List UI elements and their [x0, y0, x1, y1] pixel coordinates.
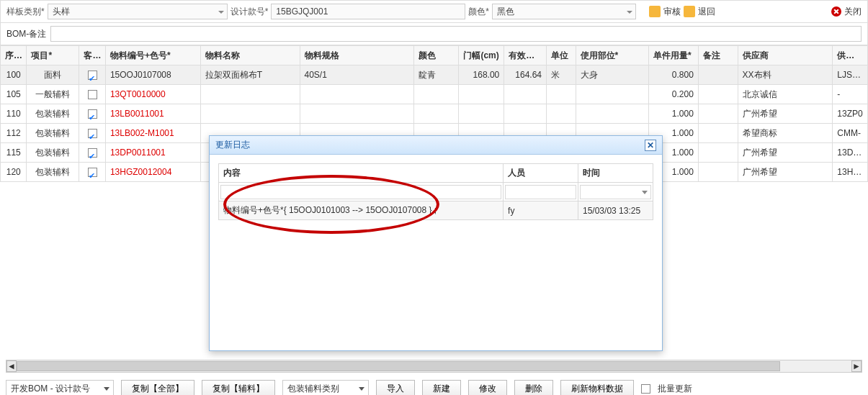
grid-header[interactable]: 客供: [79, 46, 105, 65]
grid-header[interactable]: 供应商: [833, 46, 868, 65]
horizontal-scrollbar[interactable]: ◄ ►: [6, 360, 862, 373]
supply-checkbox[interactable]: [88, 148, 97, 158]
grid-header[interactable]: 单位: [547, 46, 576, 65]
sample-cat-label: 样板类别*: [6, 6, 45, 18]
log-user: fy: [504, 201, 578, 220]
filter-time-dropdown[interactable]: [580, 185, 651, 199]
grid-header[interactable]: 物料规格: [300, 46, 413, 65]
delete-button[interactable]: 删除: [514, 380, 553, 395]
col-time: 时间: [578, 164, 653, 183]
table-row[interactable]: 110包装辅料13LB00110011.000广州希望13ZP0: [1, 104, 868, 124]
grid-header[interactable]: 供应商: [738, 46, 833, 65]
top-toolbar: 样板类别* 头样 设计款号* 15BGJQJ001 颜色* 黑色 审核 退回 关…: [0, 0, 868, 23]
col-content: 内容: [219, 164, 504, 183]
edit-button[interactable]: 修改: [468, 380, 507, 395]
color-dropdown[interactable]: 黑色: [492, 4, 636, 19]
batch-checkbox[interactable]: [641, 384, 650, 394]
grid-header[interactable]: 备注: [698, 46, 738, 65]
bom-remark-label: BOM-备注: [6, 28, 46, 40]
bom-type-dropdown[interactable]: 开发BOM - 设计款号: [6, 380, 114, 395]
changelog-filter-row: [219, 183, 653, 201]
grid-header[interactable]: 物料名称: [200, 46, 300, 65]
approve-button[interactable]: 审核: [649, 6, 681, 18]
grid-header[interactable]: 有效门幅: [504, 46, 547, 65]
log-content: 物料编号+色号*{ 15OOJ0101003 --> 15OOJ0107008 …: [219, 201, 504, 220]
grid-header[interactable]: 使用部位*: [576, 46, 648, 65]
close-icon: [831, 6, 841, 17]
grid-header[interactable]: 项目*: [27, 46, 79, 65]
scroll-thumb[interactable]: [17, 361, 780, 371]
thumb-up-icon: [649, 6, 661, 17]
grid-header[interactable]: 门幅(cm): [459, 46, 504, 65]
supply-checkbox[interactable]: [88, 71, 97, 80]
grid-header[interactable]: 单件用量*: [648, 46, 698, 65]
bom-remark-row: BOM-备注: [0, 23, 868, 45]
color-label: 颜色*: [468, 6, 489, 18]
new-button[interactable]: 新建: [422, 380, 461, 395]
sample-cat-dropdown[interactable]: 头样: [48, 4, 228, 19]
thumb-down-icon: [684, 6, 695, 17]
modal-title: 更新日志: [215, 139, 250, 151]
aux-cat-dropdown[interactable]: 包装辅料类别: [282, 380, 369, 395]
grid-header[interactable]: 物料编号+色号*: [105, 46, 200, 65]
filter-content[interactable]: [220, 185, 501, 199]
changelog-modal: 更新日志 ✕ 内容 人员 时间 物料编号+色号*{ 15OOJ0101003 -…: [209, 135, 663, 351]
bom-remark-input[interactable]: [50, 26, 862, 42]
close-button[interactable]: 关闭: [831, 6, 862, 18]
col-user: 人员: [504, 164, 578, 183]
modal-close-button[interactable]: ✕: [645, 140, 656, 151]
supply-checkbox[interactable]: [88, 129, 97, 138]
scroll-right-button[interactable]: ►: [851, 360, 862, 372]
supply-checkbox[interactable]: [88, 90, 97, 99]
reject-button[interactable]: 退回: [684, 6, 715, 18]
changelog-table: 内容 人员 时间 物料编号+色号*{ 15OOJ0101003 --> 15OO…: [218, 163, 653, 220]
refresh-button[interactable]: 刷新物料数据: [560, 380, 634, 395]
design-no-field[interactable]: 15BGJQJ001: [271, 4, 465, 19]
supply-checkbox[interactable]: [88, 168, 97, 177]
grid-wrap: 序号*项目*客供物料编号+色号*物料名称物料规格颜色门幅(cm)有效门幅单位使用…: [0, 45, 868, 182]
log-time: 15/03/03 13:25: [578, 201, 653, 220]
filter-user[interactable]: [505, 185, 576, 199]
table-row[interactable]: 105一般辅料13QT00100000.200北京诚信-: [1, 85, 868, 104]
copy-aux-button[interactable]: 复制【辅料】: [202, 380, 275, 395]
supply-checkbox[interactable]: [88, 109, 97, 119]
changelog-row: 物料编号+色号*{ 15OOJ0101003 --> 15OOJ0107008 …: [219, 201, 653, 220]
import-button[interactable]: 导入: [376, 380, 415, 395]
scroll-left-button[interactable]: ◄: [6, 360, 17, 372]
grid-header[interactable]: 序号*: [1, 46, 27, 65]
batch-label: 批量更新: [658, 383, 692, 395]
design-no-label: 设计款号*: [231, 6, 269, 18]
copy-all-button[interactable]: 复制【全部】: [121, 380, 194, 395]
table-row[interactable]: 100面料15OOJ0107008拉架双面棉布T40S/1靛青168.00164…: [1, 65, 868, 85]
grid-header[interactable]: 颜色: [413, 46, 459, 65]
footer-bar: 开发BOM - 设计款号 复制【全部】 复制【辅料】 包装辅料类别 导入 新建 …: [0, 376, 868, 395]
